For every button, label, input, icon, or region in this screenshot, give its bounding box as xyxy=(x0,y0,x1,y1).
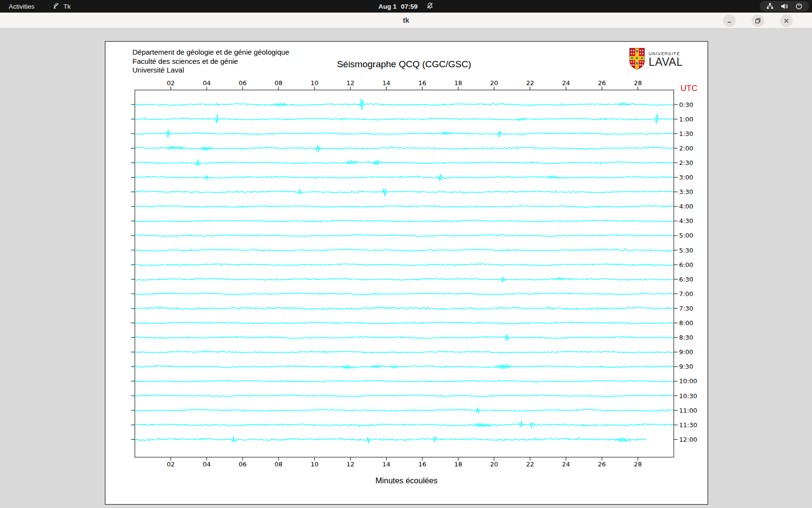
time-label: 10:00 xyxy=(679,377,697,385)
seismic-trace xyxy=(135,130,673,137)
trace-lines xyxy=(135,99,673,443)
seismic-trace xyxy=(135,220,673,223)
time-label: 5:30 xyxy=(679,247,693,254)
restore-button[interactable] xyxy=(752,15,764,27)
window-body: Département de géologie et de génie géol… xyxy=(0,29,812,508)
time-label: 1:30 xyxy=(679,130,693,137)
x-tick-label-top: 10 xyxy=(310,79,319,87)
x-tick-label-bottom: 14 xyxy=(382,461,391,468)
x-tick-label-bottom: 16 xyxy=(418,461,426,468)
axis-labels: 0202040406060808101012121414161618182020… xyxy=(167,79,697,468)
x-tick-label-top: 24 xyxy=(562,79,570,87)
axes xyxy=(131,87,678,461)
x-tick-label-bottom: 10 xyxy=(310,461,319,468)
time-label: 7:30 xyxy=(679,305,693,312)
x-tick-label-top: 18 xyxy=(454,79,463,87)
seismic-trace xyxy=(135,307,673,310)
seismic-trace xyxy=(135,174,673,180)
power-icon xyxy=(795,2,803,10)
clock-button[interactable]: Aug 1 07:59 xyxy=(378,3,418,10)
seismic-trace xyxy=(135,436,647,443)
window-title-bar: tk xyxy=(0,13,812,29)
x-tick-label-bottom: 06 xyxy=(239,461,247,468)
app-menu-button[interactable]: Tk xyxy=(53,2,71,11)
close-button[interactable] xyxy=(780,15,793,27)
seismic-trace xyxy=(135,189,673,196)
x-tick-label-bottom: 22 xyxy=(526,461,534,468)
time-label: 11:30 xyxy=(679,421,697,429)
x-tick-label-bottom: 24 xyxy=(562,461,570,468)
x-tick-label-bottom: 12 xyxy=(347,461,355,468)
x-tick-label-top: 06 xyxy=(239,79,247,87)
seismic-trace xyxy=(135,364,673,369)
seismic-trace xyxy=(135,421,673,428)
activities-button[interactable]: Activities xyxy=(9,3,34,10)
seismic-trace xyxy=(135,205,673,208)
seismic-trace xyxy=(135,249,673,252)
seismic-trace xyxy=(135,234,673,237)
seismic-trace xyxy=(135,293,673,295)
time-label: 8:30 xyxy=(679,334,693,341)
tk-app-icon xyxy=(53,2,59,11)
time-label: 6:00 xyxy=(679,261,693,269)
time-label: 5:00 xyxy=(679,232,693,239)
window-title: tk xyxy=(0,13,812,28)
seismic-trace xyxy=(135,114,673,123)
x-tick-label-top: 12 xyxy=(347,79,355,87)
x-tick-label-top: 14 xyxy=(382,79,391,87)
desktop-screen: Activities Tk Aug 1 07:59 xyxy=(0,0,812,508)
seismic-trace xyxy=(135,350,673,353)
time-label: 4:00 xyxy=(679,203,693,210)
seismic-trace xyxy=(135,277,673,282)
seismic-trace xyxy=(135,334,673,341)
time-label: 3:30 xyxy=(679,188,693,195)
network-icon xyxy=(766,2,774,10)
seismic-trace xyxy=(135,380,673,383)
x-tick-label-top: 04 xyxy=(203,79,211,87)
volume-icon xyxy=(781,2,788,10)
seismic-trace xyxy=(135,322,673,324)
time-label: 10:30 xyxy=(679,392,697,400)
seismic-trace xyxy=(135,160,673,166)
seismograph-canvas: Département de géologie et de génie géol… xyxy=(105,41,708,505)
time-label: 6:30 xyxy=(679,276,693,283)
x-axis-title: Minutes écoulées xyxy=(376,476,437,485)
x-tick-label-top: 22 xyxy=(526,79,534,87)
x-tick-label-bottom: 02 xyxy=(167,461,175,468)
seismic-trace xyxy=(135,99,673,110)
x-tick-label-bottom: 28 xyxy=(634,461,642,468)
minimize-button[interactable] xyxy=(723,15,736,27)
time-label: 2:30 xyxy=(679,159,693,166)
clock-date: Aug 1 xyxy=(378,3,397,10)
notifications-muted-icon[interactable] xyxy=(426,2,434,11)
seismic-trace xyxy=(135,408,673,414)
x-tick-label-bottom: 04 xyxy=(203,461,211,468)
time-label: 7:00 xyxy=(679,290,693,298)
x-tick-label-top: 28 xyxy=(634,79,642,87)
seismic-trace xyxy=(135,395,673,397)
x-tick-label-top: 08 xyxy=(275,79,283,87)
system-status-area[interactable] xyxy=(760,1,809,12)
gnome-top-bar: Activities Tk Aug 1 07:59 xyxy=(0,0,812,13)
x-tick-label-bottom: 20 xyxy=(490,461,498,468)
time-label: 8:00 xyxy=(679,319,693,327)
seismogram-plot: 0202040406060808101012121414161618182020… xyxy=(105,42,708,504)
x-tick-label-bottom: 26 xyxy=(598,461,606,468)
x-tick-label-top: 26 xyxy=(598,79,606,87)
seismic-trace xyxy=(135,145,673,152)
time-label: 4:30 xyxy=(679,217,693,224)
time-label: 12:00 xyxy=(679,436,697,443)
x-tick-label-top: 20 xyxy=(490,79,498,87)
x-tick-label-top: 02 xyxy=(167,79,175,87)
clock-time: 07:59 xyxy=(401,3,418,10)
time-label: 1:00 xyxy=(679,116,693,123)
app-menu-label: Tk xyxy=(63,3,71,10)
time-label: 2:00 xyxy=(679,145,693,152)
seismic-trace xyxy=(135,264,673,267)
time-label: 0:30 xyxy=(679,101,693,108)
time-label: 9:00 xyxy=(679,348,693,356)
x-tick-label-bottom: 18 xyxy=(454,461,463,468)
x-tick-label-bottom: 08 xyxy=(275,461,283,468)
x-tick-label-top: 16 xyxy=(418,79,426,87)
time-label: 9:30 xyxy=(679,363,693,370)
